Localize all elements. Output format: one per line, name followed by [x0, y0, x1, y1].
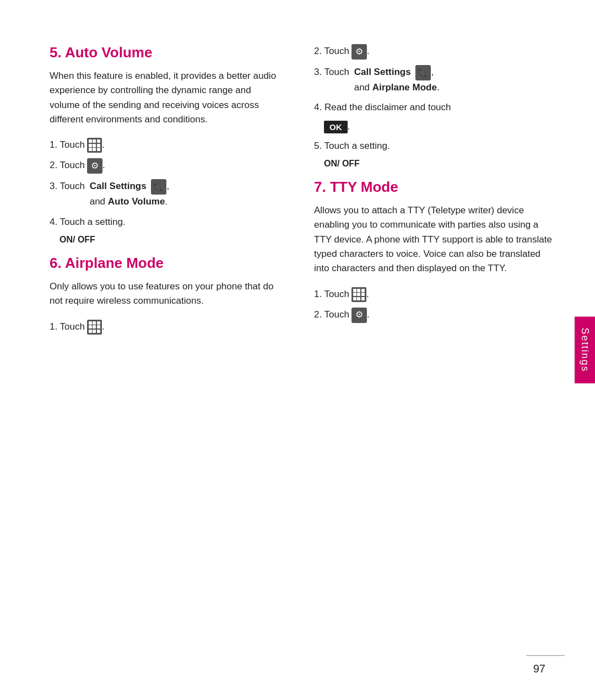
section7-step1: 1. Touch — [314, 287, 556, 302]
apps-icon — [87, 138, 102, 153]
right-column: 2. Touch ⚙ . 3. Touch Call Settings 📞, a… — [314, 44, 556, 340]
ok-button-container: OK. — [324, 121, 556, 133]
airplane-mode-label: Airplane Mode — [372, 82, 437, 93]
section6-step1: 1. Touch — [50, 320, 281, 335]
section-7-description: Allows you to attach a TTY (Teletype wri… — [314, 203, 556, 276]
section6-on-off: ON/ OFF — [324, 159, 556, 169]
left-column: 5. Auto Volume When this feature is enab… — [50, 44, 281, 340]
auto-volume-label: Auto Volume — [108, 196, 165, 207]
call-settings-icon-2: 📞 — [415, 65, 431, 80]
section6-cont-step2: 2. Touch ⚙ . — [314, 44, 556, 60]
section-7: 7. TTY Mode Allows you to attach a TTY (… — [314, 179, 556, 323]
section6-cont-step5: 5. Touch a setting. — [314, 139, 556, 153]
section-5: 5. Auto Volume When this feature is enab… — [50, 44, 281, 245]
settings-icon-3: ⚙ — [351, 308, 367, 323]
section-5-description: When this feature is enabled, it provide… — [50, 69, 281, 127]
section-6: 6. Airplane Mode Only allows you to use … — [50, 255, 281, 335]
page-divider — [526, 655, 565, 656]
section6-continued: 2. Touch ⚙ . 3. Touch Call Settings 📞, a… — [314, 44, 556, 169]
section7-step2: 2. Touch ⚙ . — [314, 308, 556, 323]
settings-icon: ⚙ — [87, 158, 102, 174]
section6-cont-step3: 3. Touch Call Settings 📞, and Airplane M… — [314, 65, 556, 95]
section6-cont-step4: 4. Read the disclaimer and touch — [314, 100, 556, 115]
apps-icon-3 — [351, 287, 366, 302]
section5-step2: 2. Touch ⚙ . — [50, 158, 281, 174]
step-num: 1. Touch — [50, 138, 85, 152]
section5-on-off: ON/ OFF — [60, 235, 281, 245]
ok-button: OK — [324, 121, 348, 133]
section-5-title: 5. Auto Volume — [50, 44, 281, 61]
settings-icon-2: ⚙ — [351, 44, 367, 60]
step-num: 2. Touch — [50, 158, 85, 173]
call-settings-label: Call Settings — [90, 181, 147, 192]
call-settings-label-2: Call Settings — [354, 67, 411, 77]
apps-icon-2 — [87, 320, 102, 335]
sidebar-tab: Settings — [575, 316, 595, 383]
section5-step1: 1. Touch — [50, 138, 281, 153]
page-number: 97 — [533, 663, 545, 675]
call-settings-icon: 📞 — [151, 179, 166, 195]
section5-step4: 4. Touch a setting. — [50, 215, 281, 229]
section-6-description: Only allows you to use features on your … — [50, 279, 281, 309]
section-6-title: 6. Airplane Mode — [50, 255, 281, 272]
page: 5. Auto Volume When this feature is enab… — [0, 0, 595, 700]
section5-step3: 3. Touch Call Settings 📞, and Auto Volum… — [50, 179, 281, 209]
section-7-title: 7. TTY Mode — [314, 179, 556, 196]
